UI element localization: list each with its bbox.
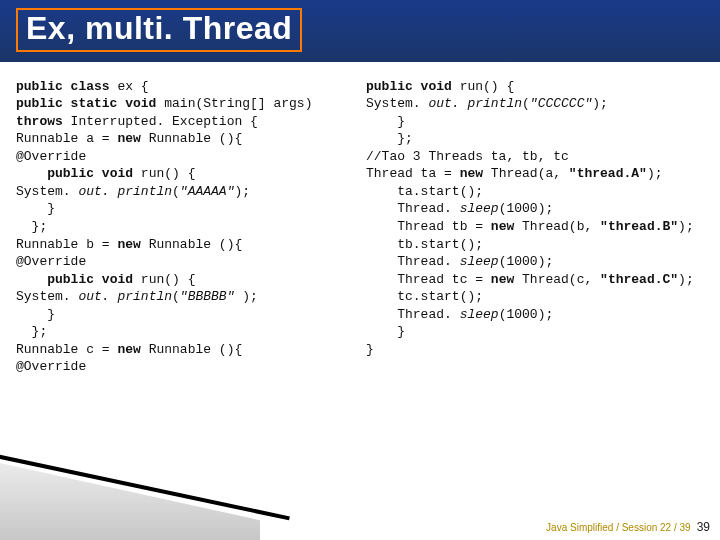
- slide-body: public class ex { public static void mai…: [0, 62, 720, 540]
- slide-footer: Java Simplified / Session 22 / 39 39: [546, 520, 710, 534]
- code-right: public void run() { System. out. println…: [366, 78, 704, 359]
- code-left: public class ex { public static void mai…: [16, 78, 354, 376]
- title-band: Ex, multi. Thread: [0, 0, 720, 62]
- code-column-right: public void run() { System. out. println…: [366, 78, 704, 532]
- page-number: 39: [697, 520, 710, 534]
- slide-root: Ex, multi. Thread public class ex { publ…: [0, 0, 720, 540]
- code-column-left: public class ex { public static void mai…: [16, 78, 354, 532]
- footer-text: Java Simplified / Session 22 / 39: [546, 522, 691, 533]
- title-outline: Ex, multi. Thread: [16, 8, 302, 52]
- slide-title: Ex, multi. Thread: [26, 10, 292, 46]
